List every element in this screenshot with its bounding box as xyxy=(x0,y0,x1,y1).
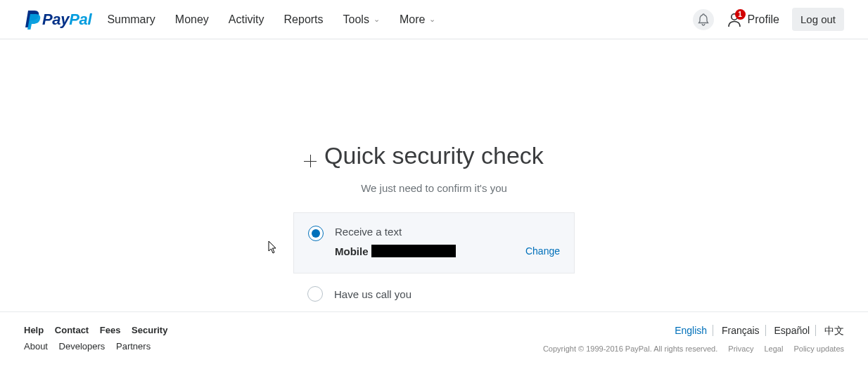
bell-icon xyxy=(698,13,709,26)
notifications-button[interactable] xyxy=(693,9,714,30)
lang-zhongwen[interactable]: 中文 xyxy=(819,325,844,336)
footer: Help Contact Fees Security About Develop… xyxy=(0,311,868,367)
nav-summary-label: Summary xyxy=(107,13,155,26)
main-nav: Summary Money Activity Reports Tools⌄ Mo… xyxy=(107,13,435,26)
footer-privacy[interactable]: Privacy xyxy=(728,345,753,353)
footer-legal[interactable]: Legal xyxy=(764,345,783,353)
nav-money-label: Money xyxy=(175,13,209,26)
mobile-number-redacted xyxy=(371,245,456,257)
nav-more[interactable]: More⌄ xyxy=(400,13,435,26)
footer-right: English Français Español 中文 Copyright © … xyxy=(543,325,844,353)
page-title: Quick security check xyxy=(0,142,868,169)
header-right: 1 Profile Log out xyxy=(693,8,844,31)
language-selector: English Français Español 中文 xyxy=(543,325,844,337)
paypal-monogram-icon xyxy=(24,9,42,30)
nav-reports-label: Reports xyxy=(284,13,324,26)
nav-activity-label: Activity xyxy=(229,13,264,26)
option-call-you[interactable]: Have us call you xyxy=(293,286,575,302)
notification-badge: 1 xyxy=(735,9,746,20)
header-bar: PayPal Summary Money Activity Reports To… xyxy=(0,0,868,39)
paypal-logo[interactable]: PayPal xyxy=(24,9,91,30)
logout-label: Log out xyxy=(800,13,836,25)
footer-contact[interactable]: Contact xyxy=(55,325,89,335)
footer-security[interactable]: Security xyxy=(132,325,167,335)
page-subtitle: We just need to confirm it's you xyxy=(0,182,868,194)
nav-tools[interactable]: Tools⌄ xyxy=(343,13,380,26)
footer-partners[interactable]: Partners xyxy=(116,341,151,352)
change-link[interactable]: Change xyxy=(525,245,560,257)
footer-left-links: Help Contact Fees Security About Develop… xyxy=(24,325,176,357)
chevron-down-icon: ⌄ xyxy=(429,15,435,24)
nav-reports[interactable]: Reports xyxy=(284,13,324,26)
logo-text-pay: Pay xyxy=(42,11,69,28)
badge-count: 1 xyxy=(738,11,742,18)
copyright-row: Copyright © 1999-2016 PayPal. All rights… xyxy=(543,345,844,353)
cursor-icon xyxy=(268,240,278,255)
radio-receive-text[interactable] xyxy=(308,226,324,241)
radio-dot-icon xyxy=(312,229,320,238)
profile-label: Profile xyxy=(748,13,779,26)
nav-tools-label: Tools xyxy=(343,13,369,26)
lang-english[interactable]: English xyxy=(669,325,713,336)
lang-francais[interactable]: Français xyxy=(716,325,766,336)
footer-policy-updates[interactable]: Policy updates xyxy=(793,345,844,353)
nav-activity[interactable]: Activity xyxy=(229,13,264,26)
lang-espanol[interactable]: Español xyxy=(769,325,817,336)
copyright-text: Copyright © 1999-2016 PayPal. All rights… xyxy=(543,345,717,353)
footer-help[interactable]: Help xyxy=(24,325,44,335)
logout-button[interactable]: Log out xyxy=(792,8,844,31)
nav-more-label: More xyxy=(400,13,425,26)
footer-about[interactable]: About xyxy=(24,341,48,352)
main-content: Quick security check We just need to con… xyxy=(0,39,868,302)
profile-link[interactable]: 1 Profile xyxy=(727,12,779,27)
footer-fees[interactable]: Fees xyxy=(100,325,121,335)
option-receive-text-label: Receive a text xyxy=(335,226,560,238)
mobile-label: Mobile xyxy=(335,245,369,257)
option-call-you-label: Have us call you xyxy=(334,288,411,300)
footer-developers[interactable]: Developers xyxy=(59,341,106,352)
nav-summary[interactable]: Summary xyxy=(107,13,155,26)
chevron-down-icon: ⌄ xyxy=(374,15,380,24)
logo-text-pal: Pal xyxy=(69,11,91,28)
radio-call-you[interactable] xyxy=(307,286,323,302)
nav-money[interactable]: Money xyxy=(175,13,209,26)
option-receive-text[interactable]: Receive a text Mobile Change xyxy=(293,212,575,273)
